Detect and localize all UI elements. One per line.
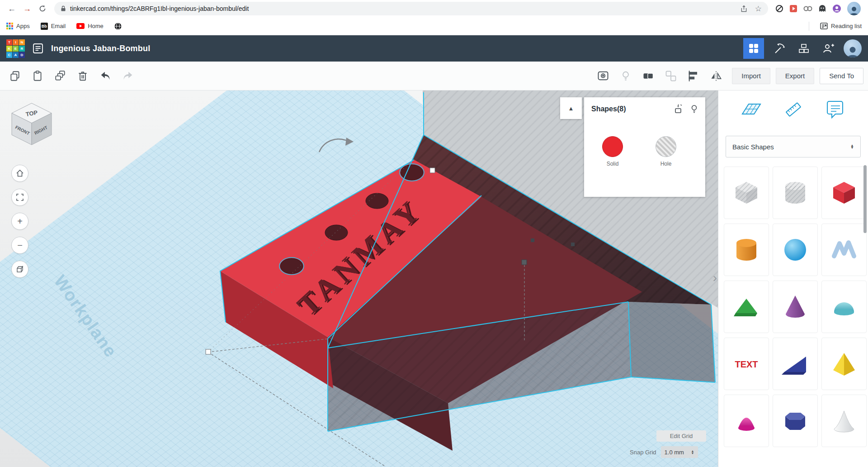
lightbulb-icon[interactable]	[690, 105, 698, 114]
select-chevrons-icon: ▲▼	[850, 144, 854, 149]
url-text[interactable]: tinkercad.com/things/2cABRFg1Ibl-ingenio…	[70, 5, 249, 12]
home-view-button[interactable]	[11, 165, 28, 182]
snap-grid-select[interactable]: 1.0 mm ▲▼	[661, 446, 698, 458]
3d-viewport[interactable]: Workplane	[0, 91, 718, 467]
group-button[interactable]	[638, 66, 659, 86]
soft-cone-icon	[830, 406, 859, 435]
pickaxe-icon	[774, 43, 785, 54]
duplicate-button[interactable]	[50, 66, 71, 86]
address-bar[interactable]: tinkercad.com/things/2cABRFg1Ibl-ingenio…	[54, 2, 768, 15]
avatar[interactable]	[847, 2, 861, 15]
blocked-circle-icon[interactable]	[775, 5, 783, 13]
notes-tool-button[interactable]	[824, 98, 847, 121]
wedge-icon	[781, 349, 810, 378]
polygon-icon	[781, 406, 810, 435]
fit-view-button[interactable]	[11, 189, 28, 206]
cone-icon	[781, 292, 810, 321]
edit-grid-button[interactable]: Edit Grid	[656, 430, 706, 442]
blocks-view-button[interactable]	[743, 38, 764, 59]
bookmark-home[interactable]: Home	[76, 23, 104, 29]
shape-tile-roof[interactable]	[724, 281, 769, 333]
paraboloid-icon	[732, 406, 761, 435]
workplane-tool-button[interactable]	[740, 98, 763, 121]
height-handle[interactable]	[522, 260, 527, 265]
scribble-icon	[830, 235, 859, 264]
share-icon[interactable]	[740, 5, 748, 13]
avatar[interactable]	[844, 39, 862, 57]
design-menu-icon[interactable]	[32, 43, 44, 54]
shape-tile-soft-cone[interactable]	[821, 395, 867, 447]
bookmark-apps[interactable]: Apps	[6, 23, 30, 29]
bricks-export-button[interactable]	[795, 39, 813, 57]
glass-right-wall	[628, 302, 715, 382]
view-cube[interactable]: TOP FRONT RIGHT	[6, 99, 57, 151]
show-all-button[interactable]	[593, 66, 613, 86]
zoom-out-button[interactable]: −	[11, 237, 28, 254]
shape-category-select[interactable]: Basic Shapes ▲▼	[726, 136, 861, 157]
hole-label: Hole	[652, 161, 679, 167]
profile-extension-icon[interactable]	[832, 4, 841, 13]
shape-tile-half-sphere[interactable]	[821, 281, 867, 333]
dark-extension-icon[interactable]	[818, 5, 826, 13]
midpoint-handle[interactable]	[571, 243, 575, 246]
bookmark-email[interactable]: Bb Email	[41, 23, 66, 30]
export-button[interactable]: Export	[776, 68, 814, 84]
scale-handle[interactable]	[430, 168, 435, 173]
shape-tile-cylinder-hole[interactable]	[773, 167, 818, 219]
forward-icon[interactable]: →	[20, 1, 34, 16]
hide-button[interactable]	[615, 66, 636, 86]
shape-tile-pyramid[interactable]	[821, 338, 867, 390]
extensions-row	[773, 2, 863, 15]
sidebar-collapse-chevron[interactable]: ›	[713, 271, 717, 285]
refresh-icon[interactable]	[35, 1, 50, 16]
share-design-button[interactable]	[819, 39, 837, 57]
scale-handle[interactable]	[206, 349, 211, 354]
fit-view-icon	[15, 193, 24, 202]
link-extension-icon[interactable]	[803, 5, 812, 12]
unlock-icon[interactable]	[674, 105, 682, 114]
red-square-extension-icon[interactable]	[789, 5, 797, 13]
ungroup-button[interactable]	[660, 66, 681, 86]
box-hole-icon	[732, 178, 761, 207]
shape-tile-text[interactable]: TEXT	[724, 338, 769, 390]
shapes-panel-collapse-button[interactable]: ▲	[560, 97, 582, 119]
shapes-sidebar: Basic Shapes ▲▼	[718, 91, 868, 467]
ruler-tool-button[interactable]	[782, 98, 805, 121]
midpoint-handle[interactable]	[531, 238, 534, 242]
shape-tile-scribble[interactable]	[821, 224, 867, 276]
shape-tile-paraboloid[interactable]	[724, 395, 769, 447]
shape-tile-cone[interactable]	[773, 281, 818, 333]
bookmark-globe[interactable]	[114, 23, 122, 30]
copy-button[interactable]	[5, 66, 25, 86]
import-button[interactable]: Import	[732, 68, 770, 84]
reading-list-button[interactable]: Reading list	[820, 23, 862, 29]
align-button[interactable]	[683, 66, 704, 86]
shape-tile-box[interactable]	[821, 167, 867, 219]
zoom-in-button[interactable]: +	[11, 213, 28, 230]
paste-button[interactable]	[27, 66, 48, 86]
send-to-button[interactable]: Send To	[820, 68, 863, 84]
shape-tile-polygon[interactable]	[773, 395, 818, 447]
bookmark-star-icon[interactable]: ☆	[755, 4, 762, 14]
back-icon[interactable]: ←	[5, 1, 19, 16]
sphere-icon	[781, 235, 810, 264]
shape-tile-sphere[interactable]	[773, 224, 818, 276]
redo-button[interactable]	[118, 66, 138, 86]
shape-tile-cylinder[interactable]	[724, 224, 769, 276]
shape-tile-box-hole[interactable]	[724, 167, 769, 219]
shape-tile-wedge[interactable]	[773, 338, 818, 390]
mirror-icon	[710, 70, 722, 82]
tinkercad-logo[interactable]: TIN KER CAD	[6, 39, 25, 58]
perspective-button[interactable]	[11, 261, 28, 278]
add-person-icon	[822, 43, 834, 54]
undo-button[interactable]	[95, 66, 116, 86]
mirror-button[interactable]	[706, 66, 726, 86]
delete-button[interactable]	[72, 66, 93, 86]
sidebar-scrollbar[interactable]	[863, 165, 867, 233]
ruler-icon	[783, 99, 804, 120]
hole-swatch[interactable]	[656, 136, 676, 157]
home-icon	[15, 169, 24, 178]
solid-swatch[interactable]	[602, 136, 623, 157]
tinkercad-header: TIN KER CAD Ingenious Jaban-Bombul	[0, 35, 868, 62]
minecraft-export-button[interactable]	[770, 39, 788, 57]
